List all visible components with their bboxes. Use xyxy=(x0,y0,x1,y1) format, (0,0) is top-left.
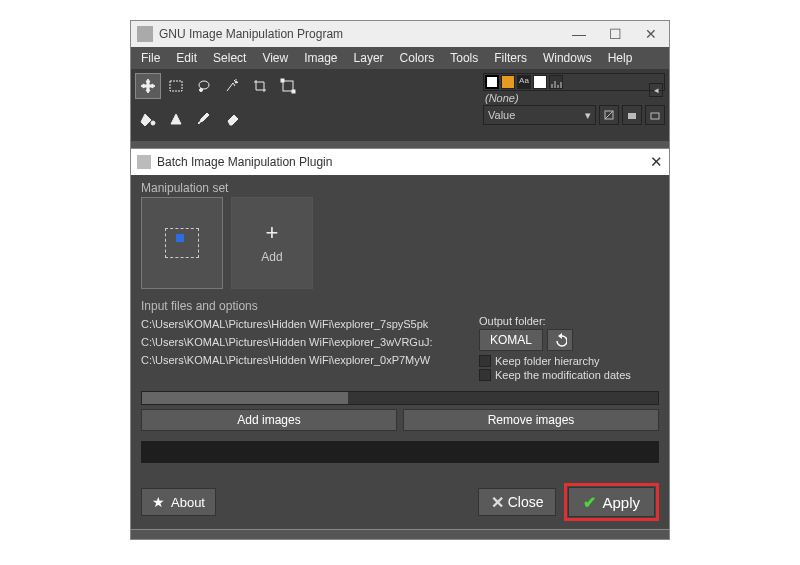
remove-images-button[interactable]: Remove images xyxy=(403,409,659,431)
panel-collapse-icon[interactable]: ◂ xyxy=(649,83,663,97)
keep-hierarchy-label: Keep folder hierarchy xyxy=(495,355,600,367)
svg-rect-5 xyxy=(281,79,284,82)
panel-btn1-icon[interactable] xyxy=(599,105,619,125)
menu-tools[interactable]: Tools xyxy=(444,49,484,67)
apply-button[interactable]: ✔ Apply xyxy=(568,487,655,517)
close-button[interactable]: ✕ Close xyxy=(478,488,557,516)
dialog-body: Manipulation set + Add Input files and o… xyxy=(131,175,669,469)
menu-colors[interactable]: Colors xyxy=(394,49,441,67)
dialog-icon xyxy=(137,155,151,169)
output-folder-label: Output folder: xyxy=(479,315,659,327)
minimize-button[interactable]: — xyxy=(561,21,597,47)
list-item[interactable]: C:\Users\KOMAL\Pictures\Hidden WiFi\expl… xyxy=(141,333,471,351)
manipulation-tile-crop[interactable] xyxy=(141,197,223,289)
brush-tool-icon[interactable] xyxy=(191,106,217,132)
menu-windows[interactable]: Windows xyxy=(537,49,598,67)
maximize-button[interactable]: ☐ xyxy=(597,21,633,47)
titlebar: GNU Image Manipulation Program — ☐ ✕ xyxy=(131,21,669,47)
output-folder-button[interactable]: KOMAL xyxy=(479,329,543,351)
svg-point-1 xyxy=(199,81,209,89)
svg-line-9 xyxy=(605,111,613,119)
manipulation-set-label: Manipulation set xyxy=(141,181,659,195)
menu-select[interactable]: Select xyxy=(207,49,252,67)
swatch-active-icon[interactable] xyxy=(485,75,499,89)
keep-dates-label: Keep the modification dates xyxy=(495,369,631,381)
svg-point-7 xyxy=(151,121,155,125)
lasso-tool-icon[interactable] xyxy=(191,73,217,99)
svg-rect-6 xyxy=(292,90,295,93)
checkbox-icon[interactable] xyxy=(479,369,491,381)
fuzzy-select-tool-icon[interactable] xyxy=(219,73,245,99)
input-files-label: Input files and options xyxy=(141,299,659,313)
status-none: (None) xyxy=(483,91,665,105)
keep-dates-row[interactable]: Keep the modification dates xyxy=(479,369,659,381)
add-images-button[interactable]: Add images xyxy=(141,409,397,431)
panel-btn2-icon[interactable] xyxy=(622,105,642,125)
apply-highlight: ✔ Apply xyxy=(564,483,659,521)
svg-point-2 xyxy=(200,89,203,92)
gimp-logo-icon xyxy=(137,26,153,42)
dialog-titlebar: Batch Image Manipulation Plugin ✕ xyxy=(131,149,669,175)
window-title: GNU Image Manipulation Program xyxy=(159,27,343,41)
dialog-button-bar: ★ About ✕ Close ✔ Apply xyxy=(131,483,669,521)
divider-bar xyxy=(141,441,659,463)
rect-select-tool-icon[interactable] xyxy=(163,73,189,99)
swatch-row: Aa xyxy=(483,73,665,91)
gradient-tool-icon[interactable] xyxy=(163,106,189,132)
toolbox xyxy=(135,73,305,137)
dialog-close-button[interactable]: ✕ xyxy=(650,153,663,171)
swatch-white-icon[interactable] xyxy=(533,75,547,89)
plus-icon: + xyxy=(266,222,279,244)
svg-rect-0 xyxy=(170,81,182,91)
file-list[interactable]: C:\Users\KOMAL\Pictures\Hidden WiFi\expl… xyxy=(141,315,471,383)
star-icon: ★ xyxy=(152,494,165,510)
menu-filters[interactable]: Filters xyxy=(488,49,533,67)
close-button[interactable]: ✕ xyxy=(633,21,669,47)
menubar: File Edit Select View Image Layer Colors… xyxy=(131,47,669,69)
move-tool-icon[interactable] xyxy=(135,73,161,99)
about-button[interactable]: ★ About xyxy=(141,488,216,516)
menu-layer[interactable]: Layer xyxy=(348,49,390,67)
transform-tool-icon[interactable] xyxy=(275,73,301,99)
channel-combo[interactable]: Value▾ xyxy=(483,105,596,125)
keep-hierarchy-row[interactable]: Keep folder hierarchy xyxy=(479,355,659,367)
reset-folder-button[interactable] xyxy=(547,329,573,351)
menu-help[interactable]: Help xyxy=(602,49,639,67)
crop-icon xyxy=(165,228,199,258)
x-icon: ✕ xyxy=(491,493,504,512)
menu-view[interactable]: View xyxy=(256,49,294,67)
menu-file[interactable]: File xyxy=(135,49,166,67)
text-tool-icon[interactable]: Aa xyxy=(517,75,531,89)
swatch-orange-icon[interactable] xyxy=(501,75,515,89)
list-item[interactable]: C:\Users\KOMAL\Pictures\Hidden WiFi\expl… xyxy=(141,315,471,333)
menu-edit[interactable]: Edit xyxy=(170,49,203,67)
dock-area: Aa (None) Value▾ xyxy=(131,69,669,141)
list-item[interactable]: C:\Users\KOMAL\Pictures\Hidden WiFi\expl… xyxy=(141,351,471,369)
checkbox-icon[interactable] xyxy=(479,355,491,367)
menu-image[interactable]: Image xyxy=(298,49,343,67)
check-icon: ✔ xyxy=(583,493,596,512)
svg-rect-11 xyxy=(651,113,659,119)
bucket-tool-icon[interactable] xyxy=(135,106,161,132)
manipulation-tile-add[interactable]: + Add xyxy=(231,197,313,289)
batch-dialog: Batch Image Manipulation Plugin ✕ Manipu… xyxy=(130,148,670,530)
svg-rect-10 xyxy=(628,113,636,119)
progress-bar xyxy=(141,391,659,405)
panel-btn3-icon[interactable] xyxy=(645,105,665,125)
histogram-icon[interactable] xyxy=(549,75,563,89)
eraser-tool-icon[interactable] xyxy=(219,106,245,132)
crop-tool-icon[interactable] xyxy=(247,73,273,99)
right-panel: Aa (None) Value▾ xyxy=(483,73,665,137)
dialog-title: Batch Image Manipulation Plugin xyxy=(157,155,332,169)
add-tile-label: Add xyxy=(261,250,282,264)
